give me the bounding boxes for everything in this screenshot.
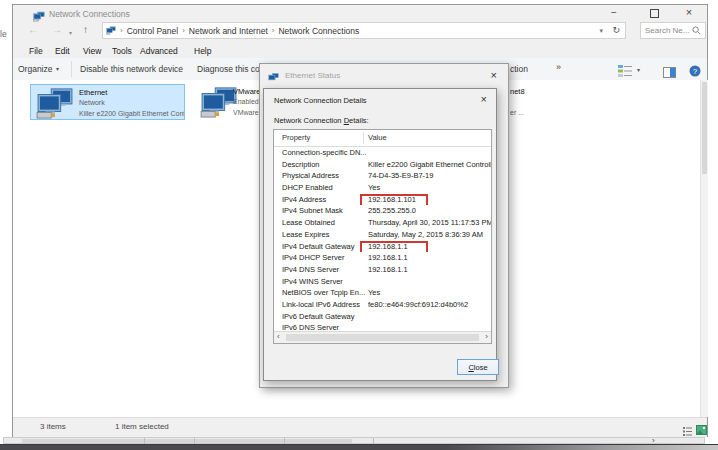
property-cell: Description xyxy=(274,159,368,171)
minimize-button[interactable]: − xyxy=(601,5,627,21)
property-cell: IPv4 WINS Server xyxy=(274,276,368,288)
change-view-icon[interactable] xyxy=(618,63,632,81)
table-row[interactable]: DHCP Enabled Yes xyxy=(274,182,491,194)
property-cell: Physical Address xyxy=(274,170,368,182)
details-table-rows: Connection-specific DN... Description Ki… xyxy=(274,147,491,334)
property-cell: Connection-specific DN... xyxy=(274,147,368,159)
details-table[interactable]: Property Value Connection-specific DN...… xyxy=(273,129,492,344)
background-scrollbar-thumb[interactable] xyxy=(22,439,352,443)
table-row[interactable]: IPv4 Default Gateway 192.168.1.1 xyxy=(274,241,491,253)
maximize-button[interactable] xyxy=(641,5,667,21)
network-connection-details-dialog: Network Connection Details × Network Con… xyxy=(263,88,497,381)
table-row[interactable]: IPv6 Default Gateway xyxy=(274,311,491,323)
vertical-scrollbar[interactable] xyxy=(700,80,708,417)
refresh-icon[interactable]: ↻ xyxy=(612,25,620,35)
toolbar-button-fragment[interactable]: ction xyxy=(510,64,528,74)
breadcrumb-separator: › xyxy=(271,26,276,35)
tile-status: Network xyxy=(79,99,105,106)
forward-button[interactable]: → xyxy=(52,25,62,35)
table-row[interactable]: IPv4 DNS Server 192.168.1.1 xyxy=(274,264,491,276)
column-divider[interactable] xyxy=(363,132,364,144)
address-dropdown-icon[interactable]: ▾ xyxy=(599,27,603,35)
column-value[interactable]: Value xyxy=(368,133,387,142)
table-row[interactable]: IPv4 DHCP Server 192.168.1.1 xyxy=(274,252,491,264)
property-cell: Link-local IPv6 Address xyxy=(274,299,368,311)
menu-advanced[interactable]: Advanced xyxy=(140,46,178,56)
background-window-text-fragment: le xyxy=(0,29,7,39)
toolbar-more-chevron[interactable]: » xyxy=(556,62,561,72)
scroll-left-icon[interactable]: ‹ xyxy=(277,332,280,342)
value-cell: Saturday, May 2, 2015 8:36:39 AM xyxy=(368,229,483,241)
breadcrumb-network-connections[interactable]: Network Connections xyxy=(278,26,359,36)
table-row[interactable]: Connection-specific DN... xyxy=(274,147,491,159)
table-row[interactable]: Physical Address 74-D4-35-E9-B7-19 xyxy=(274,170,491,182)
menu-help[interactable]: Help xyxy=(194,46,211,56)
property-cell: IPv4 DNS Server xyxy=(274,264,368,276)
organize-dropdown-icon[interactable]: ▾ xyxy=(56,65,59,72)
value-cell: 74-D4-35-E9-B7-19 xyxy=(368,170,433,182)
table-row[interactable]: NetBIOS over Tcpip En... Yes xyxy=(274,287,491,299)
tile-vmnet8-device-fragment[interactable]: er ... xyxy=(510,109,524,116)
table-row[interactable]: IPv4 Subnet Mask 255.255.255.0 xyxy=(274,205,491,217)
table-row[interactable]: Link-local IPv6 Address fe80::e464:99cf:… xyxy=(274,299,491,311)
tile-device: Killer e2200 Gigabit Ethernet Cont... xyxy=(79,110,185,117)
screenshot-root: le Network Connections − × ← → ▾ ↑ › Con… xyxy=(0,0,718,450)
view-dropdown-icon[interactable]: ▾ xyxy=(637,66,640,73)
tile-ethernet[interactable]: Ethernet Network Killer e2200 Gigabit Et… xyxy=(30,84,185,120)
menu-tools[interactable]: Tools xyxy=(112,46,132,56)
svg-text:?: ? xyxy=(693,67,698,76)
details-table-header[interactable]: Property Value xyxy=(274,130,491,147)
tile-vmnet8-title-fragment[interactable]: net8 xyxy=(510,87,525,96)
organize-button[interactable]: Organize xyxy=(18,64,53,74)
ethernet-status-close-icon[interactable]: × xyxy=(491,70,497,81)
ethernet-status-title: Ethernet Status xyxy=(285,71,340,80)
table-row[interactable]: Lease Expires Saturday, May 2, 2015 8:36… xyxy=(274,229,491,241)
menu-edit[interactable]: Edit xyxy=(55,46,70,56)
help-icon[interactable]: ? xyxy=(689,63,701,81)
property-cell: IPv4 Subnet Mask xyxy=(274,205,368,217)
details-dialog-title: Network Connection Details xyxy=(274,96,367,105)
table-row[interactable]: IPv4 Address 192.168.1.101 xyxy=(274,194,491,206)
breadcrumb-control-panel[interactable]: Control Panel xyxy=(127,26,179,36)
table-row[interactable]: IPv4 WINS Server xyxy=(274,276,491,288)
table-horizontal-scrollbar[interactable]: ‹ › xyxy=(274,331,491,343)
table-scrollbar-thumb[interactable] xyxy=(286,334,479,341)
breadcrumb-network-and-internet[interactable]: Network and Internet xyxy=(189,26,268,36)
property-cell: IPv4 Default Gateway xyxy=(274,241,368,253)
address-bar[interactable]: › Control Panel › Network and Internet ›… xyxy=(102,22,626,39)
back-button[interactable]: ← xyxy=(28,25,38,35)
menu-view[interactable]: View xyxy=(83,46,101,56)
vertical-scrollbar-thumb[interactable] xyxy=(702,82,707,174)
tile-device: VMware xyxy=(233,109,259,116)
column-property[interactable]: Property xyxy=(282,133,310,142)
details-list-label: Network Connection Details: xyxy=(274,116,369,125)
table-row[interactable]: Description Killer e2200 Gigabit Etherne… xyxy=(274,159,491,171)
value-cell: 192.168.1.1 xyxy=(368,264,408,276)
background-horizontal-scrollbar[interactable]: › xyxy=(3,437,705,444)
value-cell: 255.255.255.0 xyxy=(368,205,416,217)
disable-device-button[interactable]: Disable this network device xyxy=(80,64,183,74)
details-label-prefix: Network Connection xyxy=(274,116,344,125)
up-button[interactable]: ↑ xyxy=(83,25,88,35)
close-window-button[interactable]: × xyxy=(676,5,702,21)
close-button-rest: lose xyxy=(474,363,488,372)
property-cell: Lease Expires xyxy=(274,229,368,241)
recent-locations-dropdown-icon[interactable]: ▾ xyxy=(69,28,72,38)
property-cell: IPv4 DHCP Server xyxy=(274,252,368,264)
value-cell: fe80::e464:99cf:6912:d4b0%2 xyxy=(368,299,468,311)
background-window-bottom-edge xyxy=(0,444,718,450)
window-title: Network Connections xyxy=(49,9,130,19)
status-selected-count: 1 item selected xyxy=(115,422,169,431)
value-cell: 192.168.1.1 xyxy=(368,252,408,264)
table-row[interactable]: Lease Obtained Thursday, April 30, 2015 … xyxy=(274,217,491,229)
search-placeholder: Search Ne... xyxy=(645,26,689,35)
ethernet-status-icon xyxy=(268,69,279,87)
close-dialog-button[interactable]: Close xyxy=(457,359,499,375)
details-dialog-close-icon[interactable]: × xyxy=(481,94,487,105)
value-cell: Yes xyxy=(368,182,380,194)
scroll-right-icon[interactable]: › xyxy=(485,332,488,342)
search-box[interactable]: Search Ne... xyxy=(640,22,706,39)
network-adapter-icon xyxy=(36,87,74,120)
menu-file[interactable]: File xyxy=(29,46,43,56)
property-cell: IPv6 Default Gateway xyxy=(274,311,368,323)
